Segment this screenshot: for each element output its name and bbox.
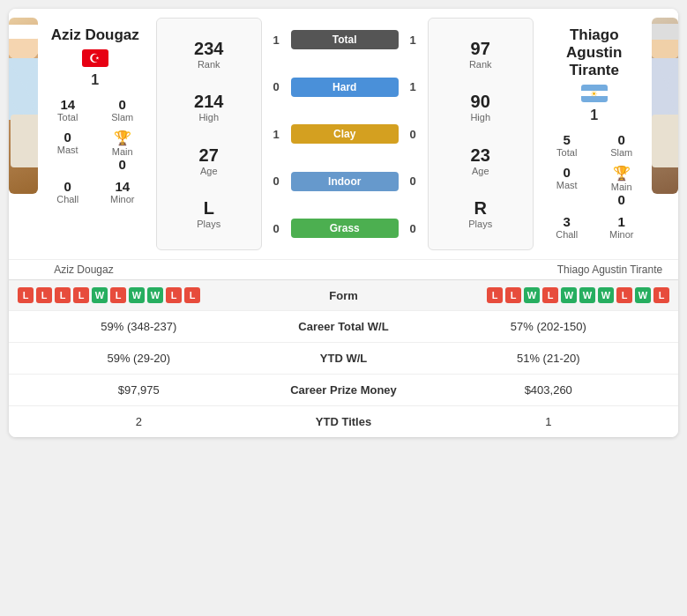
match-row-grass: 0 Grass 0 bbox=[265, 219, 424, 238]
career-stat-right: $403,260 bbox=[432, 383, 666, 397]
form-badge-left: L bbox=[18, 287, 34, 303]
trophy-icon-left: 🏆 bbox=[114, 130, 131, 146]
left-name-label: Aziz Dougaz bbox=[9, 260, 159, 279]
left-player-name: Aziz Dougaz bbox=[51, 26, 139, 44]
career-stat-left: 59% (348-237) bbox=[22, 320, 256, 333]
left-stat-total: 14 Total bbox=[42, 95, 93, 124]
left-stat-mast: 0 Mast bbox=[42, 128, 93, 174]
right-player-flag bbox=[581, 85, 608, 102]
left-age-stat: 27 Age bbox=[199, 145, 219, 176]
form-label: Form bbox=[300, 289, 388, 302]
form-badge-left: L bbox=[36, 287, 52, 303]
left-stat-trophy: 🏆 Main 0 bbox=[97, 128, 148, 174]
player-name-labels: Aziz Dougaz Thiago Agustin Tirante bbox=[9, 259, 678, 279]
btn-clay: Clay bbox=[291, 124, 399, 144]
left-plays-stat: L Plays bbox=[197, 198, 220, 229]
btn-total: Total bbox=[291, 30, 399, 49]
right-player-photo bbox=[652, 18, 678, 194]
left-player-flag bbox=[82, 49, 108, 67]
form-badge-right: W bbox=[635, 287, 651, 303]
career-stat-right: 1 bbox=[432, 415, 666, 428]
career-stat-left: 59% (29-20) bbox=[22, 352, 256, 365]
right-rank-stat: 97 Rank bbox=[469, 39, 492, 70]
career-stat-left: 2 bbox=[22, 415, 256, 428]
right-age-stat: 23 Age bbox=[471, 145, 490, 176]
form-badge-left: L bbox=[184, 287, 200, 303]
right-stats-grid: 5 Total 0 Slam 0 Mast 🏆 Main 0 3 bbox=[541, 130, 647, 241]
career-stat-row: $97,975Career Prize Money$403,260 bbox=[9, 374, 678, 405]
left-player-photo bbox=[9, 18, 38, 194]
right-stat-minor: 1 Minor bbox=[596, 212, 647, 241]
match-row-clay: 1 Clay 0 bbox=[265, 124, 424, 144]
match-row-hard: 0 Hard 1 bbox=[265, 78, 424, 97]
right-name-label: Thiago Agustin Tirante bbox=[541, 260, 678, 279]
form-badge-right: L bbox=[653, 287, 669, 303]
career-stat-label: Career Total W/L bbox=[256, 320, 432, 333]
career-stat-label: YTD Titles bbox=[256, 415, 432, 428]
form-section: LLLLWLWWLL Form LLWLWWWLWL bbox=[9, 279, 678, 310]
trophy-icon-right: 🏆 bbox=[613, 165, 631, 182]
form-badge-right: W bbox=[561, 287, 577, 303]
form-badge-right: L bbox=[505, 287, 521, 303]
form-badges-left: LLLLWLWWLL bbox=[18, 287, 300, 303]
right-high-stat: 90 High bbox=[470, 92, 490, 122]
matches-panel: 1 Total 1 0 Hard 1 1 Clay 0 0 Indoor 0 0 bbox=[265, 18, 424, 250]
form-badges-right: LLWLWWWLWL bbox=[388, 287, 670, 303]
form-badge-left: L bbox=[55, 287, 71, 303]
left-stat-chall: 0 Chall bbox=[42, 177, 93, 206]
match-row-total: 1 Total 1 bbox=[265, 30, 424, 49]
form-badge-right: L bbox=[616, 287, 632, 303]
career-stat-left: $97,975 bbox=[22, 383, 256, 397]
form-badge-right: W bbox=[598, 287, 614, 303]
btn-hard: Hard bbox=[291, 78, 399, 97]
right-stat-total: 5 Total bbox=[541, 130, 593, 160]
career-stat-label: YTD W/L bbox=[256, 352, 432, 365]
right-stat-chall: 3 Chall bbox=[541, 212, 593, 241]
right-center-panel: 97 Rank 90 High 23 Age R Plays bbox=[428, 18, 534, 250]
right-stat-slam: 0 Slam bbox=[596, 130, 647, 160]
career-stat-right: 57% (202-150) bbox=[432, 320, 666, 333]
left-rank-stat: 234 Rank bbox=[194, 39, 223, 70]
form-badge-left: L bbox=[166, 287, 182, 303]
right-player-info: Thiago Agustin Tirante 1 5 Total 0 Slam … bbox=[537, 18, 652, 250]
left-stat-minor: 14 Minor bbox=[97, 177, 148, 206]
left-stats-grid: 14 Total 0 Slam 0 Mast 🏆 Main 0 0 bbox=[42, 95, 148, 206]
career-stat-right: 51% (21-20) bbox=[432, 352, 666, 365]
left-center-panel: 234 Rank 214 High 27 Age L Plays bbox=[156, 18, 262, 250]
main-card: Aziz Dougaz 1 14 Total 0 Slam 0 Mast bbox=[9, 9, 678, 437]
career-stat-row: 59% (29-20)YTD W/L51% (21-20) bbox=[9, 342, 678, 374]
career-stat-label: Career Prize Money bbox=[256, 383, 432, 397]
match-row-indoor: 0 Indoor 0 bbox=[265, 172, 424, 191]
players-section: Aziz Dougaz 1 14 Total 0 Slam 0 Mast bbox=[9, 9, 678, 259]
career-stat-row: 59% (348-237)Career Total W/L57% (202-15… bbox=[9, 310, 678, 342]
left-player-info: Aziz Dougaz 1 14 Total 0 Slam 0 Mast bbox=[38, 18, 153, 250]
btn-grass: Grass bbox=[291, 219, 399, 238]
form-badge-left: W bbox=[147, 287, 163, 303]
right-stat-trophy: 🏆 Main 0 bbox=[596, 163, 647, 209]
form-badge-left: L bbox=[110, 287, 126, 303]
btn-indoor: Indoor bbox=[291, 172, 399, 191]
left-stat-slam: 0 Slam bbox=[97, 95, 148, 124]
right-total-wins: 1 bbox=[590, 108, 598, 123]
form-badge-left: L bbox=[73, 287, 89, 303]
form-badge-left: W bbox=[129, 287, 145, 303]
left-high-stat: 214 High bbox=[194, 92, 223, 122]
stats-rows: 59% (348-237)Career Total W/L57% (202-15… bbox=[9, 310, 678, 437]
form-badge-left: W bbox=[92, 287, 108, 303]
form-badge-right: L bbox=[542, 287, 558, 303]
right-plays-stat: R Plays bbox=[468, 198, 492, 229]
right-player-name: Thiago Agustin Tirante bbox=[541, 26, 647, 79]
form-badge-right: W bbox=[579, 287, 595, 303]
right-stat-mast: 0 Mast bbox=[541, 163, 593, 209]
form-badge-right: W bbox=[524, 287, 540, 303]
career-stat-row: 2YTD Titles1 bbox=[9, 405, 678, 437]
form-badge-right: L bbox=[487, 287, 503, 303]
left-total-wins: 1 bbox=[91, 72, 99, 88]
